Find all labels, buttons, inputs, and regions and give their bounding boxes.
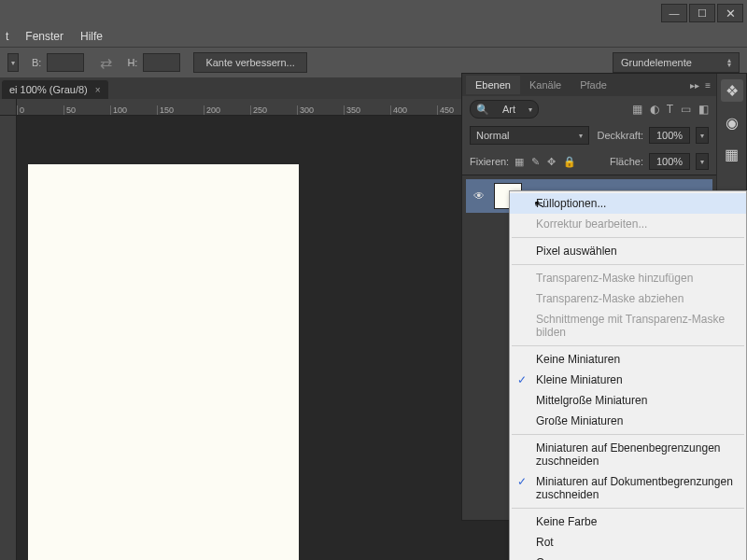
panel-tabs: Ebenen Kanäle Pfade ▸▸≡ xyxy=(462,74,716,96)
adjustments-panel-icon[interactable]: ◉ xyxy=(721,111,743,133)
styles-panel-icon[interactable]: ▦ xyxy=(721,143,743,165)
menu-item-label: Miniaturen auf Dokumentbegrenzungen zusc… xyxy=(536,475,733,501)
check-icon: ✓ xyxy=(517,373,527,386)
tab-channels[interactable]: Kanäle xyxy=(520,76,571,94)
ruler-mark: 100 xyxy=(110,105,157,115)
context-menu-item[interactable]: ✓Miniaturen auf Dokumentbegrenzungen zus… xyxy=(510,471,746,505)
close-button[interactable]: ✕ xyxy=(717,4,743,22)
menu-item-label: Transparenz-Maske hinzufügen xyxy=(536,272,693,285)
context-menu-item[interactable]: Große Miniaturen xyxy=(510,411,746,431)
fill-label: Fläche: xyxy=(610,156,643,167)
lock-transparent-icon[interactable]: ▦ xyxy=(514,156,524,168)
check-icon: ✓ xyxy=(517,475,527,488)
menu-item-label: Schnittmenge mit Transparenz-Maske bilde… xyxy=(536,313,725,339)
ruler-mark: 350 xyxy=(344,105,390,115)
context-menu-item: Transparenz-Maske abziehen xyxy=(510,288,746,309)
blend-label: Normal xyxy=(476,130,509,141)
collapse-icon[interactable]: ▸▸ xyxy=(690,80,699,91)
maximize-button[interactable]: ☐ xyxy=(689,4,715,22)
ruler-mark: 200 xyxy=(204,105,250,115)
lock-move-icon[interactable]: ✥ xyxy=(547,156,556,168)
close-tab-icon[interactable]: × xyxy=(95,85,101,95)
menu-separator xyxy=(512,345,744,346)
width-label: B: xyxy=(32,57,41,68)
document-tab[interactable]: ei 100% (Grau/8) × xyxy=(2,80,108,99)
dropdown-arrows-icon: ▴▾ xyxy=(727,58,731,67)
context-menu-item[interactable]: Rot xyxy=(510,532,746,553)
context-menu-item[interactable]: Keine Farbe xyxy=(510,511,746,532)
context-menu-item[interactable]: Miniaturen auf Ebenenbegrenzungen zuschn… xyxy=(510,438,746,471)
menu-separator xyxy=(512,264,744,265)
menu-separator xyxy=(512,508,744,509)
menu-item-label: Korrektur bearbeiten... xyxy=(536,217,647,231)
visibility-icon[interactable]: 👁 xyxy=(472,189,486,203)
context-menu-item[interactable]: Fülloptionen... xyxy=(510,193,746,214)
minimize-button[interactable]: — xyxy=(661,4,687,22)
context-menu-item[interactable]: Keine Miniaturen xyxy=(510,349,746,370)
ruler-mark: 0 xyxy=(17,105,63,115)
menu-item-window[interactable]: Fenster xyxy=(25,30,63,43)
filter-adjust-icon[interactable]: ◐ xyxy=(650,103,659,116)
refine-edge-button[interactable]: Kante verbessern... xyxy=(193,52,306,73)
context-menu-item[interactable]: Orange xyxy=(510,553,746,560)
filter-type-icon[interactable]: T xyxy=(667,103,673,116)
opacity-field[interactable]: 100% xyxy=(649,127,690,144)
menubar: t Fenster Hilfe xyxy=(0,26,747,47)
tab-layers[interactable]: Ebenen xyxy=(466,76,520,94)
context-menu-item: Korrektur bearbeiten... xyxy=(510,214,746,234)
opacity-label: Deckkraft: xyxy=(597,130,643,141)
fill-field[interactable]: 100% xyxy=(649,153,690,170)
filter-shape-icon[interactable]: ▭ xyxy=(681,103,691,116)
lock-row: Fixieren: ▦ ✎ ✥ 🔒 Fläche: 100% ▾ xyxy=(462,148,716,175)
menu-item-label: Keine Farbe xyxy=(536,515,597,528)
menu-separator xyxy=(512,237,744,238)
menu-item-label: Mittelgroße Miniaturen xyxy=(536,394,647,407)
context-menu: Fülloptionen...Korrektur bearbeiten...Pi… xyxy=(509,190,747,560)
lock-all-icon[interactable]: 🔒 xyxy=(563,156,576,168)
menu-item-label: Große Miniaturen xyxy=(536,414,623,427)
ruler-mark: 150 xyxy=(157,105,204,115)
menu-item-label: Kleine Miniaturen xyxy=(536,373,623,386)
ruler-mark: 50 xyxy=(63,105,110,115)
layers-panel-icon[interactable]: ❖ xyxy=(721,79,743,102)
context-menu-item[interactable]: Mittelgroße Miniaturen xyxy=(510,390,746,411)
menu-item-label: Rot xyxy=(536,536,554,549)
blend-row: Normal▾ Deckkraft: 100% ▾ xyxy=(462,122,716,148)
titlebar: — ☐ ✕ xyxy=(0,0,747,26)
menu-item-label: Transparenz-Maske abziehen xyxy=(536,292,684,305)
filter-smart-icon[interactable]: ◧ xyxy=(698,103,709,116)
workspace-preset-dropdown[interactable]: Grundelemente ▴▾ xyxy=(613,52,740,73)
menu-item-label: Fülloptionen... xyxy=(536,197,606,210)
tab-paths[interactable]: Pfade xyxy=(571,76,616,94)
filter-type-dropdown[interactable]: 🔍Art▾ xyxy=(470,100,539,119)
tool-preset-dropdown[interactable]: ▾ xyxy=(7,53,19,72)
menu-item-label: Orange xyxy=(536,556,573,560)
context-menu-item[interactable]: Pixel auswählen xyxy=(510,241,746,261)
preset-label: Grundelemente xyxy=(621,57,692,68)
blend-mode-dropdown[interactable]: Normal▾ xyxy=(470,126,589,145)
context-menu-item: Schnittmenge mit Transparenz-Maske bilde… xyxy=(510,309,746,343)
context-menu-item[interactable]: ✓Kleine Miniaturen xyxy=(510,370,746,390)
canvas[interactable] xyxy=(28,164,299,560)
menu-item-label: Pixel auswählen xyxy=(536,245,617,258)
lock-label: Fixieren: xyxy=(470,156,509,167)
filter-row: 🔍Art▾ ▦ ◐ T ▭ ◧ xyxy=(462,96,716,122)
lock-paint-icon[interactable]: ✎ xyxy=(531,156,540,168)
menu-item[interactable]: t xyxy=(6,30,8,43)
ruler-mark: 400 xyxy=(390,105,437,115)
ruler-mark: 250 xyxy=(250,105,297,115)
ruler-corner xyxy=(0,99,17,116)
filter-pixel-icon[interactable]: ▦ xyxy=(632,103,642,116)
width-field[interactable] xyxy=(47,53,84,72)
vertical-ruler xyxy=(0,116,17,560)
document-tab-title: ei 100% (Grau/8) xyxy=(9,84,88,95)
filter-label: Art xyxy=(502,104,515,115)
fill-dropdown-button[interactable]: ▾ xyxy=(696,153,709,170)
height-label: H: xyxy=(127,57,137,68)
swap-icon[interactable]: ⇄ xyxy=(97,54,114,71)
opacity-dropdown-button[interactable]: ▾ xyxy=(696,127,709,144)
panel-menu-icon[interactable]: ≡ xyxy=(705,80,711,91)
menu-item-help[interactable]: Hilfe xyxy=(80,30,103,43)
menu-item-label: Miniaturen auf Ebenenbegrenzungen zuschn… xyxy=(536,441,720,468)
height-field[interactable] xyxy=(143,53,180,72)
